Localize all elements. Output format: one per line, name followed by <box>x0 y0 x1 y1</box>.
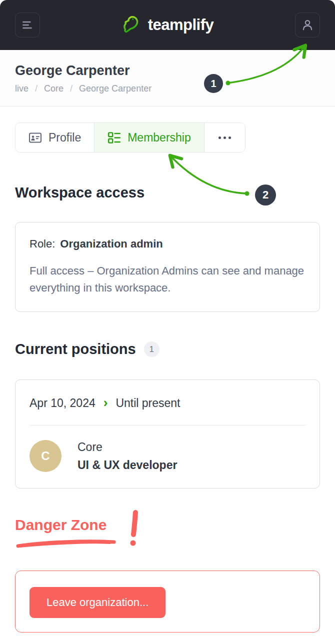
account-button[interactable] <box>295 12 320 38</box>
person-icon <box>300 18 314 32</box>
breadcrumb-item-current: George Carpenter <box>79 84 152 94</box>
hamburger-icon <box>21 18 34 32</box>
annotation-marker-1: 1 <box>204 74 223 93</box>
leave-organization-button[interactable]: Leave organization... <box>30 587 166 618</box>
menu-button[interactable] <box>15 12 40 38</box>
tab-membership-label: Membership <box>128 131 191 144</box>
start-date: Apr 10, 2024 <box>30 396 96 410</box>
app-window: teamplify George Carpenter live / Core /… <box>0 0 335 644</box>
breadcrumb-separator: / <box>35 84 38 94</box>
role-label: Role: <box>30 238 55 250</box>
danger-zone-card: Leave organization... <box>15 570 320 632</box>
tab-profile-label: Profile <box>48 131 81 144</box>
team-avatar: C <box>30 440 62 472</box>
exclamation-icon <box>127 510 142 548</box>
annotation-marker-2: 2 <box>255 184 276 206</box>
app-header: teamplify <box>0 0 335 50</box>
tabs-more-button[interactable] <box>204 123 245 152</box>
current-positions-title: Current positions <box>15 341 136 358</box>
page-title: George Carpenter <box>15 63 320 78</box>
position-role-title: UI & UX developer <box>78 458 177 472</box>
hand-drawn-underline <box>15 538 118 550</box>
page-header: George Carpenter live / Core / George Ca… <box>0 50 335 106</box>
chevron-right-icon: › <box>104 396 108 410</box>
breadcrumb: live / Core / George Carpenter <box>15 84 320 94</box>
current-positions-heading: Current positions 1 <box>15 341 320 358</box>
card-divider <box>30 425 306 426</box>
id-card-icon <box>28 131 42 144</box>
team-row: C Core UI & UX developer <box>30 440 306 472</box>
breadcrumb-item-live[interactable]: live <box>15 84 28 94</box>
team-name: Core <box>78 440 177 454</box>
list-details-icon <box>108 131 121 144</box>
tab-membership[interactable]: Membership <box>94 123 204 152</box>
role-card: Role:Organization admin Full access – Or… <box>15 222 320 312</box>
position-date-range: Apr 10, 2024 › Until present <box>30 396 306 410</box>
tab-profile[interactable]: Profile <box>16 123 94 152</box>
role-value: Organization admin <box>60 238 162 250</box>
role-line: Role:Organization admin <box>30 238 306 250</box>
app-logo: teamplify <box>122 14 214 36</box>
danger-zone-title: Danger Zone <box>15 516 106 533</box>
tab-bar: Profile Membership <box>15 122 246 152</box>
team-info: Core UI & UX developer <box>78 440 177 472</box>
position-card: Apr 10, 2024 › Until present C Core UI &… <box>15 380 320 488</box>
end-date: Until present <box>116 396 180 410</box>
dots-horizontal-icon <box>218 136 231 139</box>
danger-zone-heading: Danger Zone <box>15 516 320 548</box>
logo-text: teamplify <box>148 16 214 34</box>
breadcrumb-item-core[interactable]: Core <box>44 84 64 94</box>
role-description: Full access – Organization Admins can se… <box>30 262 306 296</box>
breadcrumb-separator: / <box>70 84 72 94</box>
main-content: Profile Membership Workspace access Role… <box>0 106 335 644</box>
bird-logo-icon <box>122 14 142 36</box>
positions-count-badge: 1 <box>144 342 160 357</box>
